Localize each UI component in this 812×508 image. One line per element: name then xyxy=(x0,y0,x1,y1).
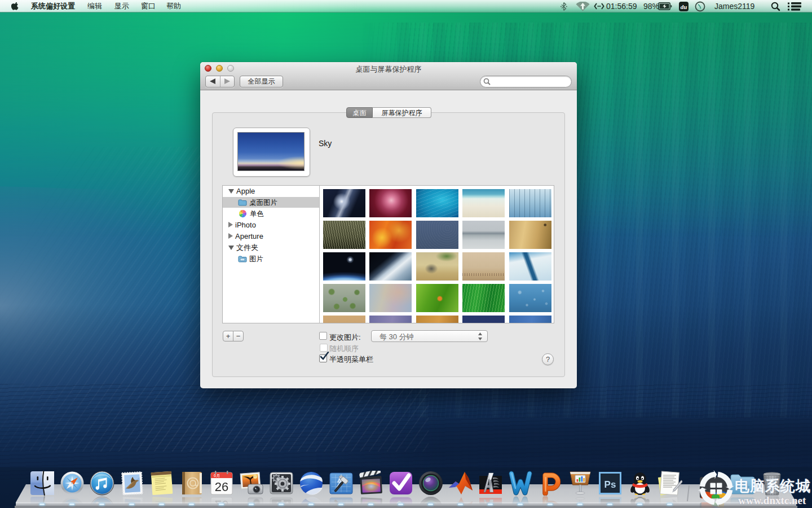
svg-text:6月: 6月 xyxy=(214,474,220,478)
svg-text:Ps: Ps xyxy=(604,479,616,490)
svg-text:26: 26 xyxy=(215,480,228,494)
svg-text:du: du xyxy=(681,3,687,10)
